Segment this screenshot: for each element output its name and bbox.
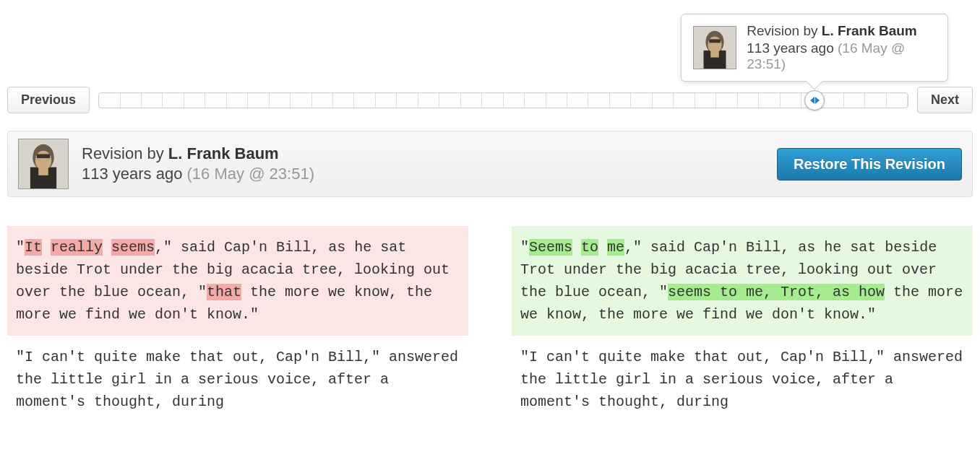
slider-tick[interactable] bbox=[887, 93, 908, 108]
slider-knob[interactable] bbox=[804, 90, 825, 110]
diff-text: " bbox=[520, 239, 529, 256]
slider-tick[interactable] bbox=[674, 93, 695, 108]
revision-prefix: Revision by bbox=[747, 23, 822, 38]
tooltip-info: Revision by L. Frank Baum 113 years ago … bbox=[747, 23, 936, 72]
revision-by-line: Revision by L. Frank Baum bbox=[82, 144, 764, 163]
slider-tick[interactable] bbox=[142, 93, 163, 108]
slider-tick[interactable] bbox=[354, 93, 375, 108]
next-button[interactable]: Next bbox=[917, 87, 973, 113]
diff-text bbox=[572, 239, 581, 256]
slider-tick[interactable] bbox=[333, 93, 354, 108]
revision-tooltip: Revision by L. Frank Baum 113 years ago … bbox=[681, 14, 948, 82]
diff-context-paragraph: "I can't quite make that out, Cap'n Bill… bbox=[7, 336, 468, 423]
revision-age: 113 years ago bbox=[747, 40, 838, 56]
avatar bbox=[693, 26, 736, 69]
revision-time-line: 113 years ago (16 May @ 23:51) bbox=[82, 165, 764, 183]
diff-new-column: "Seems to me," said Cap'n Bill, as he sa… bbox=[512, 226, 973, 423]
svg-rect-11 bbox=[37, 154, 50, 158]
slider-tick[interactable] bbox=[270, 93, 291, 108]
diff-text: " bbox=[16, 239, 25, 256]
diff-added: Seems bbox=[529, 239, 572, 256]
slider-tick[interactable] bbox=[822, 93, 843, 108]
diff-area: "It really seems," said Cap'n Bill, as h… bbox=[7, 226, 973, 423]
diff-added: me bbox=[607, 239, 624, 256]
diff-text bbox=[598, 239, 607, 256]
previous-button[interactable]: Previous bbox=[7, 87, 90, 113]
avatar bbox=[18, 139, 69, 189]
revision-meta-bar: Revision by L. Frank Baum 113 years ago … bbox=[7, 131, 973, 197]
slider-tick[interactable] bbox=[227, 93, 248, 108]
revision-author: L. Frank Baum bbox=[168, 144, 279, 162]
slider-tick[interactable] bbox=[759, 93, 780, 108]
svg-rect-10 bbox=[38, 169, 48, 175]
revision-controls: Previous Revision by L. Frank Baum bbox=[7, 87, 973, 113]
slider-tick[interactable] bbox=[567, 93, 588, 108]
slider-tick[interactable] bbox=[439, 93, 460, 108]
slider-tick[interactable] bbox=[312, 93, 333, 108]
slider-tick[interactable] bbox=[248, 93, 269, 108]
diff-deleted: really bbox=[51, 239, 103, 256]
revision-time-line: 113 years ago (16 May @ 23:51) bbox=[747, 40, 936, 72]
diff-deleted: that bbox=[207, 284, 241, 300]
diff-text bbox=[103, 239, 111, 256]
slider-tick[interactable] bbox=[716, 93, 737, 108]
revision-prefix: Revision by bbox=[82, 144, 168, 162]
diff-old-paragraph: "It really seems," said Cap'n Bill, as h… bbox=[7, 226, 468, 336]
slider-tick[interactable] bbox=[631, 93, 652, 108]
arrow-left-icon bbox=[810, 97, 814, 104]
diff-context-paragraph: "I can't quite make that out, Cap'n Bill… bbox=[512, 336, 973, 423]
revision-by-line: Revision by L. Frank Baum bbox=[747, 23, 936, 39]
slider-tick[interactable] bbox=[695, 93, 716, 108]
slider-tick[interactable] bbox=[291, 93, 311, 108]
slider-tick[interactable] bbox=[397, 93, 418, 108]
diff-new-paragraph: "Seems to me," said Cap'n Bill, as he sa… bbox=[512, 226, 973, 336]
slider-tick[interactable] bbox=[99, 93, 120, 108]
slider-tick[interactable] bbox=[610, 93, 631, 108]
arrow-right-icon bbox=[815, 97, 820, 104]
slider-tick[interactable] bbox=[588, 93, 609, 108]
svg-rect-4 bbox=[710, 51, 719, 57]
slider-tick[interactable] bbox=[121, 93, 142, 108]
diff-deleted: It bbox=[25, 239, 42, 256]
slider-tick[interactable] bbox=[205, 93, 226, 108]
slider-tick[interactable] bbox=[482, 93, 503, 108]
diff-deleted: seems bbox=[111, 239, 155, 256]
slider-tick[interactable] bbox=[184, 93, 205, 108]
svg-rect-5 bbox=[710, 39, 721, 43]
revision-age: 113 years ago bbox=[82, 165, 187, 183]
revision-slider[interactable]: Revision by L. Frank Baum 113 years ago … bbox=[98, 92, 908, 108]
slider-tick[interactable] bbox=[376, 93, 397, 108]
slider-tick[interactable] bbox=[738, 93, 759, 108]
diff-added: seems to me, Trot, as how bbox=[668, 284, 885, 300]
diff-added: to bbox=[581, 239, 598, 256]
diff-old-column: "It really seems," said Cap'n Bill, as h… bbox=[7, 226, 468, 423]
slider-tick[interactable] bbox=[461, 93, 482, 108]
diff-text bbox=[42, 239, 51, 256]
slider-tick[interactable] bbox=[163, 93, 184, 108]
revision-timestamp: (16 May @ 23:51) bbox=[187, 165, 314, 183]
svg-point-3 bbox=[708, 36, 722, 53]
slider-tick[interactable] bbox=[844, 93, 865, 108]
slider-tick[interactable] bbox=[865, 93, 886, 108]
meta-info: Revision by L. Frank Baum 113 years ago … bbox=[82, 144, 764, 183]
slider-tick[interactable] bbox=[653, 93, 674, 108]
slider-tick[interactable] bbox=[525, 93, 546, 108]
restore-revision-button[interactable]: Restore This Revision bbox=[777, 148, 962, 181]
slider-tick[interactable] bbox=[504, 93, 525, 108]
svg-point-9 bbox=[35, 151, 52, 170]
slider-tick[interactable] bbox=[546, 93, 567, 108]
revision-author: L. Frank Baum bbox=[822, 23, 917, 38]
slider-tick[interactable] bbox=[781, 93, 801, 108]
slider-tick[interactable] bbox=[418, 93, 439, 108]
